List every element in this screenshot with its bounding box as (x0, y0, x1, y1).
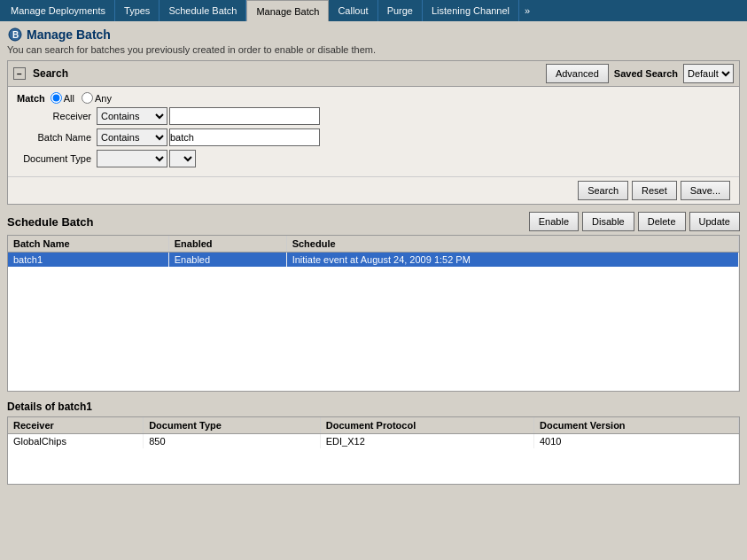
table-row[interactable]: batch1 Enabled Initiate event at August … (8, 253, 739, 268)
tab-callout[interactable]: Callout (329, 0, 377, 21)
detail-document-type: 850 (144, 434, 321, 449)
page-title: Manage Batch (27, 27, 111, 42)
page-header: B Manage Batch (7, 27, 740, 43)
schedule-batch-title: Schedule Batch (7, 215, 94, 229)
schedule-batch-table-header: Batch Name Enabled Schedule (8, 236, 739, 253)
details-title: Details of batch1 (7, 401, 740, 413)
tab-purge[interactable]: Purge (378, 0, 423, 21)
search-form: Match All Any Receiver Contains (8, 87, 739, 176)
document-type-operator-select[interactable]: Contains Equals (97, 150, 167, 167)
page-description: You can search for batches you previousl… (7, 44, 740, 55)
col-document-protocol: Document Protocol (320, 417, 533, 434)
col-receiver: Receiver (8, 417, 144, 434)
match-radio-group: All Any (51, 92, 112, 104)
document-type-row: Document Type Contains Equals (17, 150, 730, 167)
document-type-label: Document Type (17, 153, 97, 164)
detail-receiver: GlobalChips (8, 434, 144, 449)
tab-listening-channel[interactable]: Listening Channel (423, 0, 519, 21)
schedule-batch-table-wrapper: Batch Name Enabled Schedule batch1 (7, 235, 740, 392)
svg-text:B: B (12, 30, 19, 40)
search-button[interactable]: Search (578, 181, 628, 200)
match-label: Match (17, 93, 45, 104)
enable-button[interactable]: Enable (529, 212, 579, 231)
details-table-header: Receiver Document Type Document Protocol… (8, 417, 739, 434)
schedule-batch-header: Schedule Batch Enable Disable Delete Upd… (7, 212, 740, 231)
receiver-input[interactable] (169, 107, 320, 125)
receiver-row: Receiver Contains Equals Starts With End… (17, 107, 730, 125)
save-button[interactable]: Save... (681, 181, 730, 200)
col-schedule: Schedule (286, 236, 738, 253)
schedule-batch-table: Batch Name Enabled Schedule batch1 (8, 236, 739, 391)
disable-button[interactable]: Disable (582, 212, 634, 231)
search-actions: Search Reset Save... (8, 176, 739, 204)
cell-batch-name: batch1 (8, 253, 168, 268)
col-document-type: Document Type (144, 417, 321, 434)
receiver-label: Receiver (17, 111, 97, 121)
tab-manage-deployments[interactable]: Manage Deployments (2, 0, 115, 21)
receiver-operator-select[interactable]: Contains Equals Starts With Ends With (97, 107, 167, 125)
col-document-version: Document Version (534, 417, 739, 434)
batch-name-operator-select[interactable]: Contains Equals Starts With Ends With (97, 128, 167, 146)
detail-document-protocol: EDI_X12 (320, 434, 533, 449)
batch-name-label: Batch Name (17, 132, 97, 143)
search-panel: − Search Advanced Saved Search Default M… (7, 60, 740, 205)
schedule-batch-buttons: Enable Disable Delete Update (529, 212, 740, 231)
tab-manage-batch[interactable]: Manage Batch (246, 0, 329, 21)
search-panel-actions: Advanced Saved Search Default (546, 64, 734, 83)
col-batch-name: Batch Name (8, 236, 168, 253)
table-empty-row (8, 267, 739, 391)
reset-button[interactable]: Reset (632, 181, 677, 200)
cell-enabled: Enabled (168, 253, 286, 268)
collapse-button[interactable]: − (13, 67, 26, 80)
tab-bar: Manage Deployments Types Schedule Batch … (0, 0, 747, 21)
tab-schedule-batch[interactable]: Schedule Batch (160, 0, 246, 21)
update-button[interactable]: Update (689, 212, 740, 231)
match-any-radio[interactable]: Any (82, 92, 112, 104)
match-row: Match All Any (17, 92, 730, 104)
tab-overflow[interactable]: » (519, 0, 535, 21)
saved-search-select[interactable]: Default (683, 64, 734, 83)
search-panel-title: − Search (13, 67, 68, 80)
detail-document-version: 4010 (534, 434, 739, 449)
col-enabled: Enabled (168, 236, 286, 253)
details-row[interactable]: GlobalChips 850 EDI_X12 4010 (8, 434, 739, 449)
advanced-button[interactable]: Advanced (546, 64, 609, 83)
details-table-wrapper: Receiver Document Type Document Protocol… (7, 416, 740, 485)
main-content: B Manage Batch You can search for batche… (0, 21, 747, 490)
cell-schedule: Initiate event at August 24, 2009 1:52 P… (286, 253, 738, 268)
delete-button[interactable]: Delete (638, 212, 686, 231)
batch-name-input[interactable] (169, 128, 320, 146)
document-type-secondary-select[interactable] (169, 150, 196, 167)
manage-batch-icon: B (7, 27, 23, 43)
saved-search-label: Saved Search (614, 68, 678, 79)
batch-name-row: Batch Name Contains Equals Starts With E… (17, 128, 730, 146)
details-table: Receiver Document Type Document Protocol… (8, 417, 739, 484)
tab-types[interactable]: Types (115, 0, 160, 21)
match-all-radio[interactable]: All (51, 92, 74, 104)
details-empty-row (8, 448, 739, 484)
search-panel-header: − Search Advanced Saved Search Default (8, 61, 739, 87)
